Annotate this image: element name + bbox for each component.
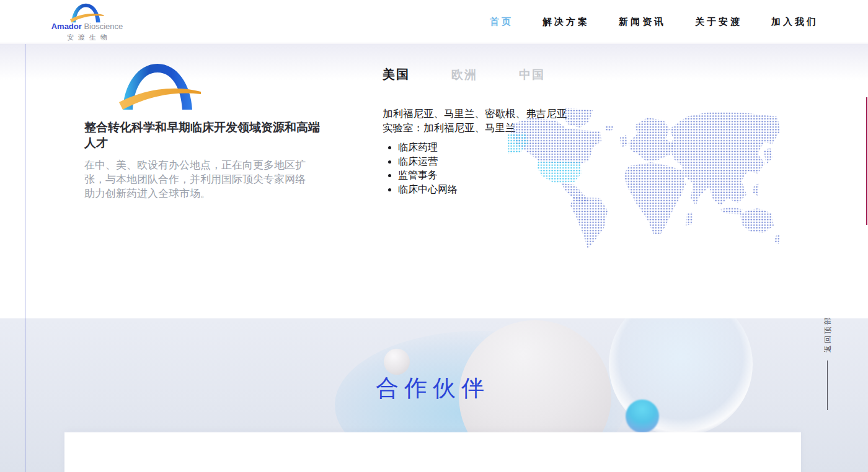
hero-section: 整合转化科学和早期临床开发领域资源和高端人才 在中、美、欧设有办公地点，正在向更… [0, 44, 868, 318]
brand-name-secondary: Bioscience [84, 22, 123, 31]
service-item-clinical-pharmacology: 临床药理 [398, 141, 458, 155]
tab-europe[interactable]: 欧洲 [451, 67, 477, 83]
brand-name-primary: Amador [51, 22, 82, 31]
brand-name-cn: 安渡生物 [48, 33, 126, 42]
nav-item-home[interactable]: 首页 [490, 16, 513, 28]
service-item-clinical-site-network: 临床中心网络 [398, 183, 458, 197]
arch-swoosh-icon [69, 2, 105, 23]
hero-arch-swoosh-icon [118, 61, 205, 111]
page-scrollbar-thumb[interactable] [866, 97, 867, 225]
hero-description: 在中、美、欧设有办公地点，正在向更多地区扩张，与本地团队合作，并利用国际顶尖专家… [84, 158, 312, 201]
left-accent-line [25, 44, 25, 472]
nav-item-join-us[interactable]: 加入我们 [771, 16, 818, 28]
back-to-top-indicator-line [827, 361, 828, 410]
service-item-clinical-operations: 临床运营 [398, 155, 458, 169]
brand-logo[interactable]: Amador Bioscience 安渡生物 [48, 2, 126, 42]
top-navigation-bar: Amador Bioscience 安渡生物 首页 解决方案 新闻资讯 关于安渡… [0, 0, 868, 43]
region-tabs: 美国 欧洲 中国 [383, 66, 545, 83]
back-to-top-button[interactable]: 返回顶部 [823, 312, 832, 356]
nav-item-news[interactable]: 新闻资讯 [619, 16, 666, 28]
service-item-regulatory-affairs: 监管事务 [398, 168, 458, 183]
cyan-sphere-decoration [626, 400, 659, 433]
brand-name-en: Amador Bioscience [48, 22, 126, 31]
tab-usa[interactable]: 美国 [383, 66, 410, 83]
small-sphere-decoration [384, 349, 410, 375]
dotted-world-map-icon [507, 107, 780, 248]
nav-item-solutions[interactable]: 解决方案 [542, 16, 590, 28]
main-nav: 首页 解决方案 新闻资讯 关于安渡 加入我们 [490, 0, 818, 43]
back-to-top-label: 返回顶部 [823, 315, 833, 352]
partners-section: 合作伙伴 [0, 318, 868, 472]
partners-title: 合作伙伴 [0, 373, 866, 404]
region-labs: 实验室：加利福尼亚、马里兰 [383, 121, 516, 135]
service-list: 临床药理 临床运营 监管事务 临床中心网络 [398, 141, 458, 196]
hero-heading: 整合转化科学和早期临床开发领域资源和高端人才 [84, 120, 324, 151]
partners-card [64, 432, 801, 472]
nav-item-about[interactable]: 关于安渡 [695, 16, 742, 28]
tab-china[interactable]: 中国 [519, 67, 545, 83]
